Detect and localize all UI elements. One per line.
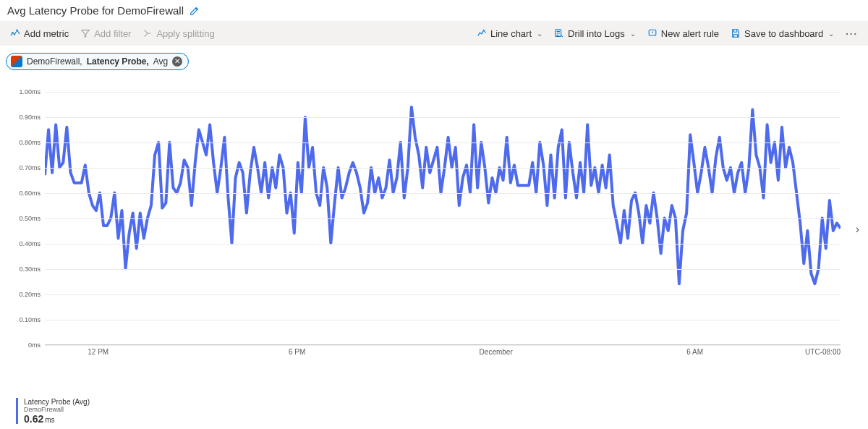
save-dashboard-label: Save to dashboard [744, 28, 823, 39]
gridline [45, 320, 841, 320]
filter-icon [80, 28, 90, 38]
gridline [45, 244, 841, 245]
chart: 0ms0.10ms0.20ms0.30ms0.40ms0.50ms0.60ms0… [6, 92, 862, 367]
svg-point-0 [12, 32, 13, 33]
page-title: Avg Latency Probe for DemoFirewall [7, 4, 184, 17]
y-tick-label: 0.10ms [6, 316, 41, 323]
y-tick-label: 0.60ms [6, 190, 41, 197]
legend-color-bar [16, 398, 18, 424]
legend-unit: ms [45, 416, 54, 424]
y-tick-label: 0.70ms [6, 164, 41, 171]
save-icon [731, 28, 741, 38]
gridline [45, 345, 841, 346]
y-tick-label: 0.20ms [6, 291, 41, 298]
x-tick-label: 6 PM [289, 348, 305, 356]
chevron-down-icon: ⌄ [828, 30, 834, 38]
pill-agg: Avg [153, 56, 168, 67]
more-button[interactable]: ··· [841, 25, 862, 42]
pill-metric: Latency Probe, [87, 56, 149, 67]
gridline [45, 193, 841, 194]
gridline [45, 269, 841, 270]
gridline [45, 294, 841, 295]
add-filter-label: Add filter [94, 28, 131, 39]
add-metric-label: Add metric [24, 28, 69, 39]
gridline [45, 218, 841, 219]
add-filter-button[interactable]: Add filter [76, 25, 135, 42]
add-metric-icon [10, 28, 20, 38]
y-tick-label: 0.30ms [6, 266, 41, 273]
y-tick-label: 0ms [6, 341, 41, 349]
drill-logs-icon [554, 28, 564, 38]
legend-value: 0.62 [24, 413, 43, 425]
split-icon [142, 28, 153, 38]
edit-icon[interactable] [190, 6, 200, 16]
legend-series-name: Latency Probe (Avg) [24, 398, 90, 406]
plot-area[interactable] [45, 92, 841, 345]
drill-logs-label: Drill into Logs [568, 28, 625, 39]
remove-metric-button[interactable]: ✕ [172, 56, 182, 67]
x-tick-label: 12 PM [88, 348, 109, 356]
new-alert-button[interactable]: New alert rule [643, 25, 723, 42]
y-tick-label: 0.80ms [6, 139, 41, 146]
y-tick-label: 1.00ms [6, 88, 41, 95]
firewall-icon [11, 56, 22, 67]
y-axis: 0ms0.10ms0.20ms0.30ms0.40ms0.50ms0.60ms0… [6, 92, 41, 345]
apply-splitting-label: Apply splitting [156, 28, 214, 39]
x-axis: UTC-08:00 12 PM6 PMDecember6 AM [45, 348, 841, 360]
gridline [45, 92, 841, 93]
chevron-down-icon: ⌄ [630, 30, 636, 38]
chevron-down-icon: ⌄ [537, 30, 542, 38]
alert-icon [647, 28, 658, 38]
line-chart-icon [477, 28, 487, 38]
legend: Latency Probe (Avg) DemoFirewall 0.62ms [16, 398, 90, 425]
y-tick-label: 0.90ms [6, 114, 41, 121]
toolbar: Add metric Add filter Apply splitting Li… [0, 21, 868, 46]
gridline [45, 117, 841, 118]
y-tick-label: 0.50ms [6, 215, 41, 222]
gridline [45, 168, 841, 169]
y-tick-label: 0.40ms [6, 240, 41, 247]
add-metric-button[interactable]: Add metric [6, 25, 73, 42]
chart-type-label: Line chart [490, 28, 532, 39]
metric-pill[interactable]: DemoFirewall, Latency Probe, Avg ✕ [6, 53, 189, 70]
x-tick-label: December [480, 348, 513, 356]
drill-logs-dropdown[interactable]: Drill into Logs ⌄ [550, 25, 640, 42]
svg-point-2 [17, 30, 18, 31]
timezone-label: UTC-08:00 [805, 348, 841, 356]
next-arrow-button[interactable]: › [856, 223, 859, 236]
new-alert-label: New alert rule [661, 28, 719, 39]
x-tick-label: 6 AM [686, 348, 703, 356]
legend-resource: DemoFirewall [24, 406, 90, 413]
svg-point-1 [14, 34, 15, 35]
pill-resource: DemoFirewall, [27, 56, 82, 67]
chart-type-dropdown[interactable]: Line chart ⌄ [472, 25, 547, 42]
save-dashboard-dropdown[interactable]: Save to dashboard ⌄ [726, 25, 838, 42]
gridline [45, 143, 841, 143]
apply-splitting-button[interactable]: Apply splitting [138, 25, 218, 42]
